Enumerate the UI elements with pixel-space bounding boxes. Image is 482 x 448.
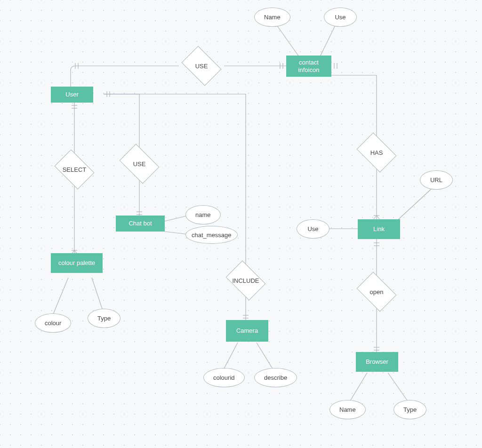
svg-line-15 — [53, 278, 68, 315]
entity-chat-bot[interactable]: Chat bot — [116, 216, 165, 232]
entity-contact-infoicon[interactable]: contact infoicon — [286, 56, 331, 77]
attr-colour-label: colour — [45, 320, 61, 327]
attr-type-browser-label: Type — [403, 406, 417, 413]
attr-describe-label: describe — [264, 374, 287, 381]
entity-camera-label: Camera — [236, 327, 258, 335]
relationship-select-label: SELECT — [63, 166, 87, 173]
relationship-select[interactable]: SELECT — [52, 153, 97, 185]
svg-line-16 — [92, 278, 103, 312]
attr-type-palette-label: Type — [97, 315, 111, 322]
attr-chat-message-label: chat_message — [192, 232, 232, 239]
attr-name-browser[interactable]: Name — [329, 400, 366, 419]
relationship-has-label: HAS — [370, 149, 383, 156]
entity-browser-label: Browser — [366, 358, 388, 366]
attr-colour[interactable]: colour — [35, 313, 71, 333]
entity-chat-bot-label: Chat bot — [129, 220, 152, 227]
svg-line-27 — [224, 343, 238, 369]
entity-browser[interactable]: Browser — [356, 352, 398, 372]
entity-user-label: User — [65, 91, 78, 98]
attr-name-contact[interactable]: Name — [254, 8, 290, 27]
relationship-open-label: open — [370, 288, 384, 296]
relationship-use-contact[interactable]: USE — [179, 50, 224, 82]
attr-describe[interactable]: describe — [254, 368, 297, 387]
entity-link-label: Link — [373, 225, 385, 233]
relationship-use-chatbot-label: USE — [133, 160, 146, 168]
relationship-include[interactable]: INCLUDE — [223, 264, 268, 296]
attr-use-link[interactable]: Use — [297, 219, 329, 239]
attr-colourid[interactable]: colourid — [203, 368, 245, 387]
entity-colour-palette-label: colour palette — [58, 259, 95, 267]
attr-url-label: URL — [430, 176, 442, 184]
entity-camera[interactable]: Camera — [226, 320, 268, 342]
entity-colour-palette[interactable]: colour palette — [51, 253, 103, 273]
attr-use-contact[interactable]: Use — [324, 8, 357, 27]
attr-colourid-label: colourid — [213, 374, 235, 381]
svg-line-34 — [395, 188, 432, 222]
relationship-has[interactable]: HAS — [354, 136, 399, 168]
attr-name-contact-label: Name — [264, 14, 281, 21]
entity-user[interactable]: User — [51, 87, 93, 103]
svg-line-28 — [257, 343, 273, 369]
attr-chat-message[interactable]: chat_message — [185, 226, 238, 244]
attr-use-contact-label: Use — [335, 14, 345, 21]
attr-type-browser[interactable]: Type — [394, 400, 426, 419]
relationship-open[interactable]: open — [354, 276, 399, 308]
attr-url[interactable]: URL — [420, 170, 453, 190]
attr-name-browser-label: Name — [339, 406, 356, 413]
relationship-use-chatbot[interactable]: USE — [117, 148, 162, 180]
attr-name-chatbot[interactable]: name — [185, 205, 221, 224]
svg-line-42 — [388, 373, 409, 402]
svg-line-41 — [349, 373, 367, 402]
attr-use-link-label: Use — [307, 225, 318, 232]
attr-type-palette[interactable]: Type — [88, 309, 120, 328]
svg-line-22 — [165, 216, 188, 221]
svg-line-23 — [165, 232, 188, 234]
entity-contact-infoicon-label: contact infoicon — [291, 59, 326, 73]
entity-link[interactable]: Link — [358, 219, 400, 239]
relationship-use-contact-label: USE — [195, 63, 208, 70]
attr-name-chatbot-label: name — [195, 211, 211, 218]
relationship-include-label: INCLUDE — [232, 277, 259, 284]
